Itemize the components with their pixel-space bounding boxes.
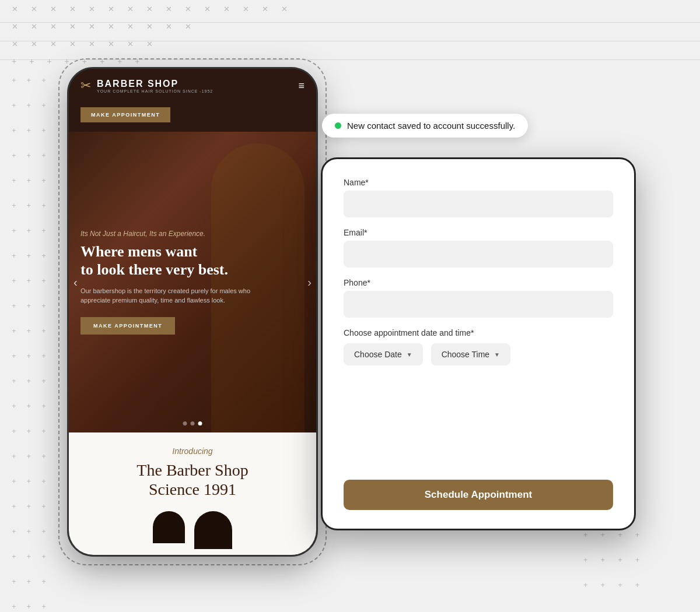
cross-decoration: + — [41, 402, 46, 410]
cross-decoration: + — [12, 76, 16, 85]
cross-decoration: + — [27, 502, 32, 511]
cross-decoration: + — [27, 251, 32, 260]
cross-decoration: + — [12, 251, 16, 260]
cross-decoration: ✕ — [185, 5, 191, 13]
cross-decoration: + — [27, 477, 32, 486]
cross-decoration: + — [27, 126, 32, 135]
phone-intro-title: The Barber ShopScience 1991 — [80, 460, 304, 500]
cross-decoration: ✕ — [108, 5, 114, 13]
person-figure-2 — [194, 511, 232, 549]
cross-decoration: + — [12, 276, 16, 285]
cross-decoration: ✕ — [185, 22, 191, 31]
hero-headline: Where mens wantto look there very best. — [80, 242, 304, 279]
cross-decoration: + — [41, 326, 46, 335]
scissors-icon: ✂ — [80, 78, 91, 93]
cross-decoration: + — [12, 402, 16, 410]
phone-intro-label: Introducing — [80, 446, 304, 456]
carousel-prev-button[interactable]: ‹ — [74, 275, 78, 289]
cross-decoration: + — [41, 351, 46, 360]
cross-decoration: ✕ — [31, 5, 37, 13]
hero-appointment-button[interactable]: MAKE APPOINTMENT — [80, 317, 175, 335]
name-input[interactable] — [344, 191, 613, 217]
cross-decoration: ✕ — [146, 40, 153, 48]
cross-decoration: + — [635, 581, 640, 589]
carousel-dot-2[interactable] — [191, 421, 195, 425]
cross-decoration: ✕ — [31, 40, 37, 48]
cross-decoration: + — [635, 555, 640, 564]
cross-decoration: ✕ — [69, 40, 76, 48]
cross-decoration: + — [41, 552, 46, 561]
cross-decoration: + — [27, 452, 32, 460]
cross-decoration: + — [618, 555, 622, 564]
phone-input[interactable] — [344, 291, 613, 318]
name-label: Name* — [344, 178, 613, 187]
plus-decoration: + — [82, 57, 87, 66]
cross-decoration: + — [12, 126, 16, 135]
cross-decoration: + — [12, 176, 16, 185]
cross-decoration: + — [12, 552, 16, 561]
cross-decoration: ✕ — [166, 22, 172, 31]
chevron-down-icon: ▼ — [494, 351, 500, 358]
plus-decoration: + — [47, 57, 51, 66]
cross-decoration: ✕ — [281, 5, 288, 13]
choose-date-button[interactable]: Choose Date ▼ — [344, 343, 423, 365]
carousel-dot-3[interactable] — [198, 421, 202, 425]
cross-decoration: + — [583, 555, 588, 564]
cross-decoration: + — [12, 151, 16, 160]
toast-message: New contact saved to account successfull… — [347, 121, 515, 131]
cross-decoration: + — [635, 530, 640, 539]
phone-logo-title: BARBER SHOP — [97, 79, 213, 89]
cross-decoration: + — [27, 151, 32, 160]
cross-decoration: + — [583, 581, 588, 589]
cross-decoration: ✕ — [12, 5, 18, 13]
chevron-down-icon: ▼ — [407, 351, 412, 358]
cross-decoration: + — [27, 201, 32, 210]
cross-decoration: + — [12, 577, 16, 586]
appointment-form-card: Name* Email* Phone* Choose appointment d… — [321, 157, 636, 530]
cross-decoration: + — [41, 452, 46, 460]
phone-logo-text: BARBER SHOP YOUR COMPLETE HAIR SOLUTION … — [97, 79, 213, 93]
cross-decoration: + — [41, 577, 46, 586]
cross-decoration: ✕ — [223, 5, 230, 13]
carousel-dots — [183, 421, 202, 425]
cross-decoration: + — [12, 326, 16, 335]
cross-decoration: ✕ — [69, 5, 76, 13]
cross-decoration: ✕ — [262, 5, 268, 13]
cross-decoration: + — [41, 377, 46, 385]
datetime-field-group: Choose appointment date and time* Choose… — [344, 328, 613, 378]
cross-decoration: + — [41, 176, 46, 185]
cross-decoration: + — [12, 377, 16, 385]
carousel-dot-1[interactable] — [183, 421, 187, 425]
cross-decoration: ✕ — [108, 22, 114, 31]
cross-decoration: ✕ — [31, 22, 37, 31]
cross-decoration: + — [41, 427, 46, 435]
cross-decoration: + — [12, 351, 16, 360]
phone-nav-appointment-button[interactable]: MAKE APPOINTMENT — [80, 107, 170, 122]
cross-decoration: ✕ — [50, 40, 57, 48]
cross-decoration: + — [41, 201, 46, 210]
choose-date-label: Choose Date — [354, 350, 402, 359]
cross-decoration: ✕ — [166, 5, 172, 13]
cross-decoration: + — [27, 326, 32, 335]
hero-content: Its Not Just a Haircut, Its an Experienc… — [80, 230, 304, 334]
email-input[interactable] — [344, 241, 613, 268]
plus-decoration: + — [117, 57, 122, 66]
phone-nav: ✂ BARBER SHOP YOUR COMPLETE HAIR SOLUTIO… — [69, 69, 316, 103]
cross-decoration: ✕ — [127, 5, 134, 13]
cross-decoration: + — [27, 351, 32, 360]
email-field-group: Email* — [344, 228, 613, 268]
hamburger-menu-icon[interactable]: ≡ — [298, 80, 304, 92]
plus-decoration: + — [29, 57, 34, 66]
plus-decoration: + — [135, 57, 139, 66]
phone-nav-cta-section: MAKE APPOINTMENT — [69, 103, 316, 132]
cross-decoration: ✕ — [89, 22, 95, 31]
carousel-next-button[interactable]: › — [307, 275, 312, 289]
cross-decoration: + — [12, 226, 16, 235]
schedule-appointment-button[interactable]: Schedule Appointment — [344, 480, 613, 510]
choose-time-label: Choose Time — [442, 350, 489, 359]
datetime-buttons-row: Choose Date ▼ Choose Time ▼ — [344, 343, 613, 365]
toast-success-dot — [335, 122, 341, 129]
cross-decoration: ✕ — [89, 40, 95, 48]
cross-decoration: + — [12, 477, 16, 486]
choose-time-button[interactable]: Choose Time ▼ — [431, 343, 510, 365]
